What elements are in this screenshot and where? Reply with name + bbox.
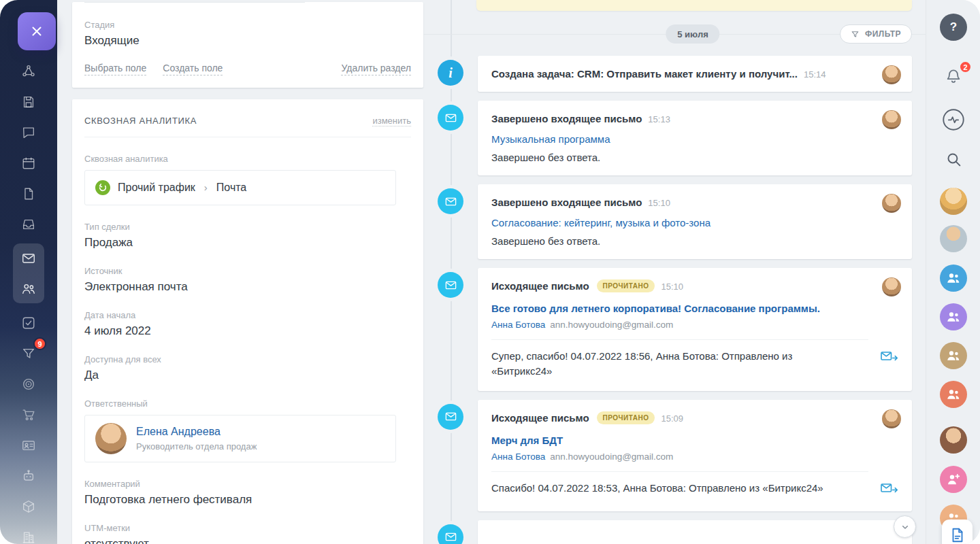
availability-value: Да: [84, 369, 411, 382]
source-field: Источник Электронная почта: [84, 266, 411, 294]
inbox-icon[interactable]: [16, 213, 42, 235]
sender-name-link[interactable]: Анна Ботова: [491, 320, 545, 330]
analytics-edit-link[interactable]: изменить: [372, 116, 411, 126]
deal-type-field: Тип сделки Продажа: [84, 222, 411, 250]
notifications-badge: 2: [959, 61, 972, 73]
group-chat-avatar[interactable]: [940, 342, 967, 369]
app-window: 9 Стадия Входящие Выбрать поле Создать п…: [0, 0, 980, 544]
messenger-button[interactable]: [940, 106, 967, 133]
entry-avatar[interactable]: [882, 110, 901, 129]
responsible-card[interactable]: Елена Андреева Руководитель отдела прода…: [84, 415, 396, 462]
start-date-value: 4 июля 2022: [84, 324, 411, 338]
mail-icon[interactable]: [16, 247, 42, 269]
community-icon[interactable]: [16, 60, 42, 82]
entry-time: 15:10: [648, 198, 670, 208]
deal-details-panel: Стадия Входящие Выбрать поле Создать пол…: [72, 0, 423, 544]
marketing-icon[interactable]: [16, 373, 42, 395]
task-created-card[interactable]: Создана задача: CRM: Отправить макет кли…: [478, 56, 912, 92]
responsible-avatar: [95, 423, 127, 454]
mail-subject-link[interactable]: Музыкальная программа: [491, 133, 898, 145]
mail-event-icon: [438, 524, 463, 544]
stage-value: Входящие: [84, 34, 411, 48]
mail-message-preview: Спасибо! 04.07.2022 18:53, Анна Ботова: …: [491, 481, 823, 496]
traffic-channel: Почта: [216, 182, 246, 194]
forward-mail-icon[interactable]: [880, 481, 898, 499]
delete-section-link[interactable]: Удалить раздел: [341, 62, 411, 75]
mail-event-icon: [438, 272, 463, 298]
tasks-icon[interactable]: [16, 311, 42, 334]
contact-card-icon[interactable]: [16, 434, 42, 456]
timeline-panel: 5 июля ФИЛЬТР i Создана задача: CRM: Отп…: [423, 0, 926, 544]
group-chat-avatar[interactable]: [940, 265, 967, 292]
chat-icon[interactable]: [16, 121, 42, 143]
mail-event-icon: [438, 404, 463, 430]
traffic-label: Сквозная аналитика: [84, 154, 411, 164]
timeline-entry: i Создана задача: CRM: Отправить макет к…: [423, 56, 926, 92]
field-underline: [84, 2, 305, 3]
scroll-down-button[interactable]: [894, 515, 916, 538]
timeline-entry: Исходящее письмо ПРОЧИТАНО 15:09 Мерч дл…: [423, 400, 926, 511]
traffic-value-box[interactable]: Прочий трафик › Почта: [84, 170, 396, 205]
sales-icon[interactable]: [16, 403, 42, 426]
filter-button[interactable]: ФИЛЬТР: [840, 24, 912, 44]
notifications-button[interactable]: 2: [940, 63, 967, 90]
entry-title: Исходящее письмо: [491, 280, 589, 292]
incoming-mail-card[interactable]: Завершено входящее письмо 15:10 Согласов…: [478, 184, 912, 259]
sender-email: ann.howyoudoing@gmail.com: [550, 452, 673, 462]
deal-type-label: Тип сделки: [84, 222, 411, 232]
entry-note: Завершено без ответа.: [491, 152, 898, 163]
search-button[interactable]: [940, 146, 967, 173]
entry-avatar[interactable]: [882, 65, 901, 84]
entry-title: Исходящее письмо: [491, 412, 589, 424]
recent-user-avatar[interactable]: [940, 426, 967, 454]
copilot-doc-widget[interactable]: [942, 520, 973, 544]
traffic-source: Прочий трафик: [118, 182, 195, 194]
company-icon[interactable]: [16, 526, 42, 544]
crm-counter-badge: 9: [33, 337, 46, 350]
documents-icon[interactable]: [16, 182, 42, 205]
start-date-label: Дата начала: [84, 310, 411, 320]
mail-subject-link[interactable]: Все готово для летнего корпоратива! Согл…: [491, 303, 898, 314]
close-menu-button[interactable]: [18, 12, 56, 50]
invite-user-button[interactable]: [940, 466, 967, 493]
bot-icon[interactable]: [16, 464, 42, 487]
person-add-icon: [945, 471, 962, 488]
calendar-icon[interactable]: [16, 152, 42, 174]
traffic-field: Сквозная аналитика Прочий трафик › Почта: [84, 154, 411, 205]
mail-subject-link[interactable]: Мерч для БДТ: [491, 435, 898, 446]
left-sidebar: 9: [0, 0, 57, 544]
partial-card[interactable]: [478, 520, 912, 544]
group-chat-avatar[interactable]: [940, 303, 967, 330]
outgoing-mail-card[interactable]: Исходящее письмо ПРОЧИТАНО 15:10 Все гот…: [478, 268, 912, 391]
entry-note: Завершено без ответа.: [491, 235, 898, 247]
availability-label: Доступна для всех: [84, 354, 411, 364]
stage-label: Стадия: [84, 20, 411, 30]
utm-label: UTM-метки: [84, 523, 411, 533]
forward-mail-icon[interactable]: [880, 350, 898, 367]
entry-time: 15:09: [661, 413, 683, 424]
create-field-link[interactable]: Создать поле: [163, 62, 223, 75]
recent-user-avatar[interactable]: [940, 225, 967, 252]
group-icon: [945, 386, 962, 403]
responsible-name-link[interactable]: Елена Андреева: [136, 426, 257, 438]
apps-icon[interactable]: [16, 495, 42, 517]
recent-user-avatar[interactable]: [940, 188, 967, 215]
employees-icon[interactable]: [16, 277, 42, 300]
select-field-link[interactable]: Выбрать поле: [84, 62, 146, 75]
help-button[interactable]: ?: [940, 14, 967, 41]
source-label: Источник: [84, 266, 411, 276]
sender-name-link[interactable]: Анна Ботова: [491, 452, 545, 462]
entry-title: Завершено входящее письмо: [491, 197, 642, 208]
deal-type-value: Продажа: [84, 236, 411, 250]
comment-value: Подготовка летнего фестиваля: [84, 493, 411, 507]
drive-icon[interactable]: [16, 90, 42, 113]
chevron-down-icon: [900, 522, 911, 532]
mail-subject-link[interactable]: Согласование: кейтеринг, музыка и фото-з…: [491, 217, 898, 228]
group-chat-avatar[interactable]: [940, 381, 967, 408]
entry-avatar[interactable]: [882, 194, 901, 213]
outgoing-mail-card[interactable]: Исходящее письмо ПРОЧИТАНО 15:09 Мерч дл…: [478, 400, 912, 511]
entry-avatar[interactable]: [882, 409, 901, 428]
entry-avatar[interactable]: [882, 277, 901, 296]
crm-icon[interactable]: 9: [16, 342, 42, 364]
incoming-mail-card[interactable]: Завершено входящее письмо 15:13 Музыкаль…: [478, 101, 912, 175]
